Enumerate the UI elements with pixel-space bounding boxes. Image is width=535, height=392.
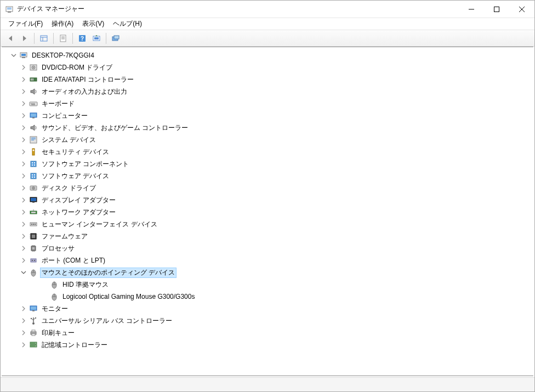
tree-category-dvd[interactable]: DVD/CD-ROM ドライブ bbox=[3, 61, 532, 73]
svg-rect-65 bbox=[31, 224, 32, 225]
help-button[interactable]: ? bbox=[76, 32, 89, 45]
menu-action[interactable]: 操作(A) bbox=[47, 18, 78, 30]
tree-category-monitor[interactable]: モニター bbox=[3, 303, 532, 315]
monitor-icon bbox=[29, 111, 38, 120]
devices-button[interactable] bbox=[109, 32, 122, 45]
chevron-right-icon[interactable] bbox=[19, 304, 28, 313]
tree-category-firmware[interactable]: ファームウェア bbox=[3, 230, 532, 242]
svg-rect-31 bbox=[31, 103, 32, 104]
tree-category-network[interactable]: ネットワーク アダプター bbox=[3, 206, 532, 218]
chevron-right-icon[interactable] bbox=[19, 63, 28, 72]
toolbar-sep bbox=[34, 33, 35, 44]
menu-view[interactable]: 表示(V) bbox=[78, 18, 109, 30]
svg-point-44 bbox=[33, 150, 35, 151]
chevron-right-icon[interactable] bbox=[19, 196, 28, 204]
svg-rect-106 bbox=[32, 330, 35, 332]
chevron-right-icon[interactable] bbox=[19, 147, 28, 156]
toolbar-sep bbox=[53, 33, 54, 44]
ide-icon bbox=[29, 75, 38, 84]
menu-file[interactable]: ファイル(F) bbox=[4, 18, 47, 30]
svg-rect-29 bbox=[32, 78, 33, 81]
chevron-right-icon[interactable] bbox=[19, 111, 28, 120]
software-icon bbox=[29, 160, 38, 168]
tree-category-ports[interactable]: ポート (COM と LPT) bbox=[3, 254, 532, 266]
tree-category-label: システム デバイス bbox=[40, 135, 98, 145]
svg-point-57 bbox=[33, 188, 34, 189]
minimize-button[interactable] bbox=[459, 1, 484, 18]
scan-hardware-button[interactable] bbox=[90, 32, 103, 45]
svg-rect-3 bbox=[8, 12, 11, 13]
tree-category-label: IDE ATA/ATAPI コントローラー bbox=[40, 75, 135, 85]
chevron-right-icon[interactable] bbox=[19, 172, 28, 180]
tree-category-ide[interactable]: IDE ATA/ATAPI コントローラー bbox=[3, 73, 532, 86]
svg-rect-41 bbox=[31, 139, 36, 139]
tree-category-disk[interactable]: ディスク ドライブ bbox=[3, 182, 532, 194]
svg-rect-52 bbox=[34, 174, 35, 175]
svg-rect-1 bbox=[7, 8, 12, 8]
chevron-right-icon[interactable] bbox=[19, 244, 28, 253]
tree-device[interactable]: HID 準拠マウス bbox=[3, 279, 532, 291]
tree-device[interactable]: Logicool Optical Gaming Mouse G300/G300s bbox=[3, 291, 532, 303]
chevron-right-icon[interactable] bbox=[19, 184, 28, 192]
tree-category-processor[interactable]: プロセッサ bbox=[3, 242, 532, 254]
tree-category-audio-io[interactable]: オーディオの入力および出力 bbox=[3, 86, 532, 98]
tree-category-label: オーディオの入力および出力 bbox=[40, 87, 129, 97]
tree-category-computer[interactable]: コンピューター bbox=[3, 110, 532, 122]
display-icon bbox=[29, 196, 38, 204]
chevron-right-icon[interactable] bbox=[19, 328, 28, 337]
chevron-right-icon[interactable] bbox=[19, 220, 28, 229]
back-button[interactable] bbox=[4, 32, 17, 45]
chevron-right-icon[interactable] bbox=[19, 256, 28, 265]
tree-category-print-queue[interactable]: 印刷キュー bbox=[3, 327, 532, 339]
tree-category-display[interactable]: ディスプレイ アダプター bbox=[3, 194, 532, 206]
chevron-right-icon[interactable] bbox=[19, 208, 28, 217]
menu-help[interactable]: ヘルプ(H) bbox=[109, 18, 146, 30]
svg-rect-62 bbox=[31, 212, 36, 213]
chevron-right-icon[interactable] bbox=[19, 135, 28, 144]
chevron-right-icon[interactable] bbox=[19, 316, 28, 325]
svg-rect-22 bbox=[21, 54, 26, 56]
chevron-right-icon[interactable] bbox=[19, 123, 28, 132]
device-tree[interactable]: DESKTOP-7KQGGI4 DVD/CD-ROM ドライブIDE ATA/A… bbox=[2, 47, 533, 376]
security-icon bbox=[29, 147, 38, 156]
chevron-right-icon[interactable] bbox=[19, 87, 28, 96]
svg-rect-45 bbox=[31, 161, 36, 167]
tree-category-hid[interactable]: ヒューマン インターフェイス デバイス bbox=[3, 218, 532, 230]
chevron-down-icon[interactable] bbox=[19, 268, 28, 277]
show-hide-tree-button[interactable] bbox=[37, 32, 50, 45]
tree-category-sound-video[interactable]: サウンド、ビデオ、およびゲーム コントローラー bbox=[3, 122, 532, 134]
chevron-right-icon[interactable] bbox=[19, 232, 28, 241]
monitor-icon bbox=[29, 304, 38, 313]
forward-button[interactable] bbox=[18, 32, 31, 45]
tree-category-security[interactable]: セキュリティ デバイス bbox=[3, 146, 532, 158]
svg-rect-54 bbox=[34, 177, 35, 178]
tree-category-mouse[interactable]: マウスとそのほかのポインティング デバイス bbox=[3, 266, 532, 279]
chevron-right-icon[interactable] bbox=[19, 340, 28, 349]
mouse-icon bbox=[50, 292, 59, 301]
tree-category-keyboard[interactable]: キーボード bbox=[3, 98, 532, 110]
tree-root[interactable]: DESKTOP-7KQGGI4 bbox=[3, 49, 532, 61]
device-manager-window: デバイス マネージャー ファイル(F) 操作(A) 表示(V) ヘルプ(H) ? bbox=[0, 0, 535, 392]
tree-category-label: セキュリティ デバイス bbox=[40, 147, 111, 157]
tree-category-software-component[interactable]: ソフトウェア コンポーネント bbox=[3, 158, 532, 170]
svg-point-110 bbox=[35, 343, 36, 344]
svg-rect-66 bbox=[33, 224, 34, 225]
chevron-right-icon[interactable] bbox=[19, 99, 28, 108]
port-icon bbox=[29, 256, 38, 265]
properties-button[interactable] bbox=[56, 32, 70, 45]
chevron-right-icon[interactable] bbox=[19, 75, 28, 84]
svg-rect-77 bbox=[32, 247, 35, 249]
svg-rect-20 bbox=[114, 36, 119, 39]
toolbar: ? bbox=[1, 30, 534, 47]
svg-rect-48 bbox=[32, 164, 33, 166]
maximize-button[interactable] bbox=[484, 1, 509, 18]
tree-category-storage[interactable]: 記憶域コントローラー bbox=[3, 339, 532, 351]
chevron-down-icon[interactable] bbox=[9, 51, 18, 60]
tree-category-system[interactable]: システム デバイス bbox=[3, 134, 532, 146]
tree-category-software-device[interactable]: ソフトウェア デバイス bbox=[3, 170, 532, 182]
tree-category-usb[interactable]: ユニバーサル シリアル バス コントローラー bbox=[3, 315, 532, 327]
close-button[interactable] bbox=[509, 1, 534, 18]
svg-rect-53 bbox=[32, 177, 33, 178]
chevron-right-icon[interactable] bbox=[19, 160, 28, 168]
tree-category-label: 記憶域コントローラー bbox=[40, 340, 109, 350]
